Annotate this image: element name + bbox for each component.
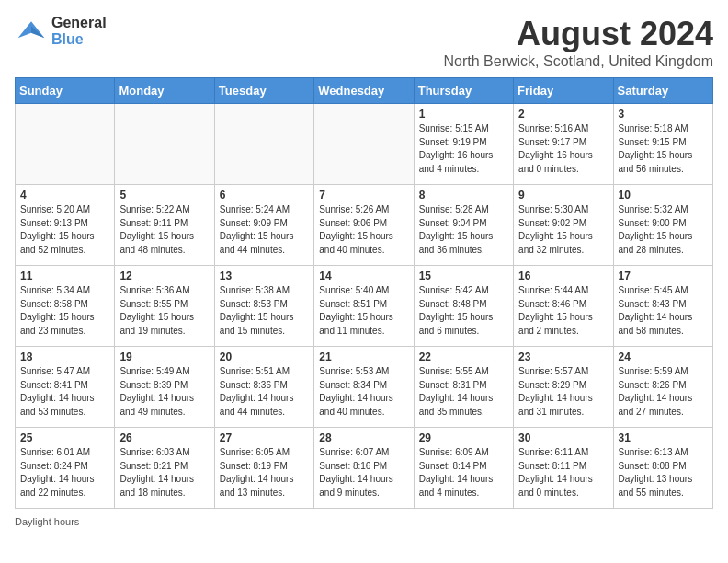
calendar-cell: 16Sunrise: 5:44 AM Sunset: 8:46 PM Dayli…	[514, 266, 613, 347]
calendar-cell: 1Sunrise: 5:15 AM Sunset: 9:19 PM Daylig…	[414, 104, 513, 185]
day-info: Sunrise: 5:34 AM Sunset: 8:58 PM Dayligh…	[20, 284, 109, 338]
day-info: Sunrise: 5:53 AM Sunset: 8:34 PM Dayligh…	[319, 365, 408, 419]
day-number: 25	[20, 431, 109, 444]
day-number: 7	[319, 189, 408, 201]
day-info: Sunrise: 5:15 AM Sunset: 9:19 PM Dayligh…	[419, 122, 508, 176]
logo-bird-icon	[15, 15, 48, 48]
calendar-cell: 4Sunrise: 5:20 AM Sunset: 9:13 PM Daylig…	[16, 185, 115, 266]
logo: General Blue	[15, 15, 107, 48]
day-header-sunday: Sunday	[16, 78, 115, 104]
day-number: 1	[419, 108, 508, 121]
svg-marker-1	[31, 27, 44, 39]
calendar-cell: 6Sunrise: 5:24 AM Sunset: 9:09 PM Daylig…	[214, 185, 313, 266]
day-number: 16	[518, 270, 608, 282]
day-number: 28	[319, 431, 408, 444]
calendar-cell: 20Sunrise: 5:51 AM Sunset: 8:36 PM Dayli…	[214, 347, 313, 428]
day-info: Sunrise: 5:22 AM Sunset: 9:11 PM Dayligh…	[119, 203, 209, 257]
main-title: August 2024	[444, 15, 713, 53]
day-number: 17	[619, 270, 708, 282]
day-number: 8	[419, 189, 508, 201]
day-number: 13	[220, 270, 309, 282]
day-header-friday: Friday	[514, 78, 613, 104]
calendar-cell: 2Sunrise: 5:16 AM Sunset: 9:17 PM Daylig…	[514, 104, 613, 185]
calendar-cell: 11Sunrise: 5:34 AM Sunset: 8:58 PM Dayli…	[16, 266, 115, 347]
page-header: General Blue August 2024 North Berwick, …	[15, 15, 713, 70]
day-info: Sunrise: 6:07 AM Sunset: 8:16 PM Dayligh…	[319, 446, 408, 500]
day-number: 4	[20, 189, 109, 201]
week-row-3: 11Sunrise: 5:34 AM Sunset: 8:58 PM Dayli…	[16, 266, 713, 347]
calendar-cell: 14Sunrise: 5:40 AM Sunset: 8:51 PM Dayli…	[314, 266, 414, 347]
day-number: 30	[518, 431, 608, 444]
calendar-table: SundayMondayTuesdayWednesdayThursdayFrid…	[15, 77, 713, 509]
calendar-cell: 23Sunrise: 5:57 AM Sunset: 8:29 PM Dayli…	[514, 347, 613, 428]
logo-blue: Blue	[51, 31, 107, 48]
day-number: 5	[119, 189, 209, 201]
calendar-cell: 27Sunrise: 6:05 AM Sunset: 8:19 PM Dayli…	[214, 428, 313, 509]
day-number: 11	[20, 270, 109, 282]
day-info: Sunrise: 5:45 AM Sunset: 8:43 PM Dayligh…	[619, 284, 708, 338]
day-info: Sunrise: 5:36 AM Sunset: 8:55 PM Dayligh…	[119, 284, 209, 338]
calendar-cell	[115, 104, 214, 185]
day-info: Sunrise: 5:57 AM Sunset: 8:29 PM Dayligh…	[518, 365, 608, 419]
day-info: Sunrise: 5:44 AM Sunset: 8:46 PM Dayligh…	[518, 284, 608, 338]
day-number: 15	[419, 270, 508, 282]
day-info: Sunrise: 5:20 AM Sunset: 9:13 PM Dayligh…	[20, 203, 109, 257]
day-number: 2	[518, 108, 608, 121]
logo-general: General	[51, 15, 107, 31]
calendar-cell: 21Sunrise: 5:53 AM Sunset: 8:34 PM Dayli…	[314, 347, 414, 428]
calendar-cell: 26Sunrise: 6:03 AM Sunset: 8:21 PM Dayli…	[115, 428, 214, 509]
calendar-cell: 7Sunrise: 5:26 AM Sunset: 9:06 PM Daylig…	[314, 185, 414, 266]
calendar-cell: 13Sunrise: 5:38 AM Sunset: 8:53 PM Dayli…	[214, 266, 313, 347]
calendar-cell	[214, 104, 313, 185]
day-info: Sunrise: 5:32 AM Sunset: 9:00 PM Dayligh…	[619, 203, 708, 257]
calendar-cell: 9Sunrise: 5:30 AM Sunset: 9:02 PM Daylig…	[514, 185, 613, 266]
calendar-cell: 22Sunrise: 5:55 AM Sunset: 8:31 PM Dayli…	[414, 347, 513, 428]
calendar-cell: 25Sunrise: 6:01 AM Sunset: 8:24 PM Dayli…	[16, 428, 115, 509]
calendar-cell: 12Sunrise: 5:36 AM Sunset: 8:55 PM Dayli…	[115, 266, 214, 347]
day-number: 23	[518, 350, 608, 363]
day-info: Sunrise: 5:51 AM Sunset: 8:36 PM Dayligh…	[220, 365, 309, 419]
day-info: Sunrise: 5:38 AM Sunset: 8:53 PM Dayligh…	[220, 284, 309, 338]
calendar-cell: 19Sunrise: 5:49 AM Sunset: 8:39 PM Dayli…	[115, 347, 214, 428]
day-info: Sunrise: 5:59 AM Sunset: 8:26 PM Dayligh…	[619, 365, 708, 419]
calendar-cell: 8Sunrise: 5:28 AM Sunset: 9:04 PM Daylig…	[414, 185, 513, 266]
logo-text: General Blue	[51, 15, 107, 47]
day-number: 31	[619, 431, 708, 444]
day-header-tuesday: Tuesday	[214, 78, 313, 104]
subtitle: North Berwick, Scotland, United Kingdom	[444, 53, 713, 70]
day-info: Sunrise: 6:01 AM Sunset: 8:24 PM Dayligh…	[20, 446, 109, 500]
day-info: Sunrise: 5:16 AM Sunset: 9:17 PM Dayligh…	[518, 122, 608, 176]
day-number: 12	[119, 270, 209, 282]
footer: Daylight hours	[15, 516, 713, 527]
week-row-5: 25Sunrise: 6:01 AM Sunset: 8:24 PM Dayli…	[16, 428, 713, 509]
week-row-4: 18Sunrise: 5:47 AM Sunset: 8:41 PM Dayli…	[16, 347, 713, 428]
calendar-cell: 5Sunrise: 5:22 AM Sunset: 9:11 PM Daylig…	[115, 185, 214, 266]
day-info: Sunrise: 5:42 AM Sunset: 8:48 PM Dayligh…	[419, 284, 508, 338]
day-info: Sunrise: 5:40 AM Sunset: 8:51 PM Dayligh…	[319, 284, 408, 338]
day-header-wednesday: Wednesday	[314, 78, 414, 104]
day-info: Sunrise: 6:05 AM Sunset: 8:19 PM Dayligh…	[220, 446, 309, 500]
day-number: 26	[119, 431, 209, 444]
day-number: 10	[619, 189, 708, 201]
calendar-cell: 15Sunrise: 5:42 AM Sunset: 8:48 PM Dayli…	[414, 266, 513, 347]
daylight-label: Daylight hours	[15, 516, 79, 527]
day-number: 27	[220, 431, 309, 444]
day-info: Sunrise: 5:28 AM Sunset: 9:04 PM Dayligh…	[419, 203, 508, 257]
day-info: Sunrise: 5:24 AM Sunset: 9:09 PM Dayligh…	[220, 203, 309, 257]
calendar-cell: 18Sunrise: 5:47 AM Sunset: 8:41 PM Dayli…	[16, 347, 115, 428]
day-info: Sunrise: 6:13 AM Sunset: 8:08 PM Dayligh…	[619, 446, 708, 500]
day-info: Sunrise: 6:11 AM Sunset: 8:11 PM Dayligh…	[518, 446, 608, 500]
calendar-cell: 31Sunrise: 6:13 AM Sunset: 8:08 PM Dayli…	[613, 428, 712, 509]
day-info: Sunrise: 5:55 AM Sunset: 8:31 PM Dayligh…	[419, 365, 508, 419]
calendar-cell: 3Sunrise: 5:18 AM Sunset: 9:15 PM Daylig…	[613, 104, 712, 185]
day-number: 19	[119, 350, 209, 363]
week-row-1: 1Sunrise: 5:15 AM Sunset: 9:19 PM Daylig…	[16, 104, 713, 185]
calendar-cell: 10Sunrise: 5:32 AM Sunset: 9:00 PM Dayli…	[613, 185, 712, 266]
day-info: Sunrise: 5:49 AM Sunset: 8:39 PM Dayligh…	[119, 365, 209, 419]
day-info: Sunrise: 5:30 AM Sunset: 9:02 PM Dayligh…	[518, 203, 608, 257]
day-header-thursday: Thursday	[414, 78, 513, 104]
calendar-cell: 17Sunrise: 5:45 AM Sunset: 8:43 PM Dayli…	[613, 266, 712, 347]
day-number: 21	[319, 350, 408, 363]
week-row-2: 4Sunrise: 5:20 AM Sunset: 9:13 PM Daylig…	[16, 185, 713, 266]
day-header-saturday: Saturday	[613, 78, 712, 104]
